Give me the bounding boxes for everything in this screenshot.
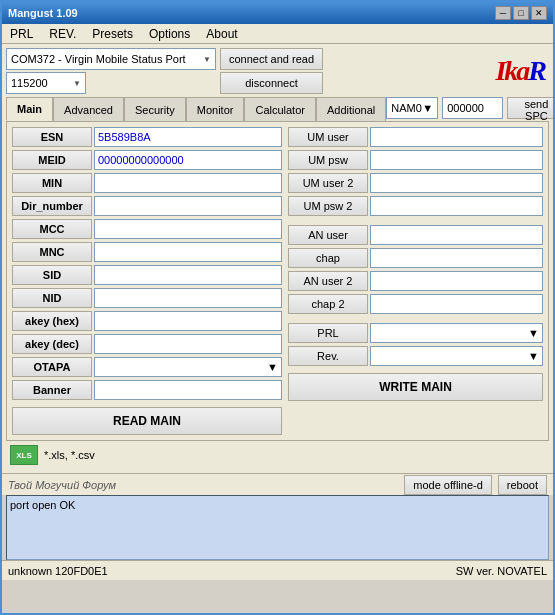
- spc-field[interactable]: 000000: [442, 97, 502, 119]
- akey-hex-label: akey (hex): [12, 311, 92, 331]
- banner-label: Banner: [12, 380, 92, 400]
- rev-button[interactable]: Rev.: [288, 346, 368, 366]
- akey-dec-input[interactable]: [94, 334, 282, 354]
- um-user-input[interactable]: [370, 127, 543, 147]
- menu-prl[interactable]: PRL: [6, 26, 37, 42]
- um-user-button[interactable]: UM user: [288, 127, 368, 147]
- window-title: Mangust 1.09: [8, 7, 78, 19]
- chap2-input[interactable]: [370, 294, 543, 314]
- footer-bar: unknown 120FD0E1 SW ver. NOVATEL: [2, 560, 553, 580]
- min-label: MIN: [12, 173, 92, 193]
- mcc-label: MCC: [12, 219, 92, 239]
- write-main-button[interactable]: WRITE MAIN: [288, 373, 543, 401]
- banner-input[interactable]: [94, 380, 282, 400]
- title-bar: Mangust 1.09 ─ □ ✕: [2, 2, 553, 24]
- um-psw-input[interactable]: [370, 150, 543, 170]
- read-main-button[interactable]: READ MAIN: [12, 407, 282, 435]
- tab-security[interactable]: Security: [124, 97, 186, 121]
- chap-button[interactable]: chap: [288, 248, 368, 268]
- maximize-button[interactable]: □: [513, 6, 529, 20]
- disconnect-button[interactable]: disconnect: [220, 72, 323, 94]
- prl-row: PRL ▼: [288, 323, 543, 343]
- send-spc-button[interactable]: send SPC: [507, 97, 555, 119]
- otapa-arrow-icon: ▼: [267, 361, 278, 373]
- close-button[interactable]: ✕: [531, 6, 547, 20]
- window-controls: ─ □ ✕: [495, 6, 547, 20]
- otapa-row: OTAPA ▼: [12, 357, 282, 377]
- xls-label: *.xls, *.csv: [44, 449, 95, 461]
- um-user2-button[interactable]: UM user 2: [288, 173, 368, 193]
- bottom-bar: XLS *.xls, *.csv: [6, 441, 549, 469]
- sid-input[interactable]: [94, 265, 282, 285]
- tab-calculator[interactable]: Calculator: [244, 97, 316, 121]
- right-panel: UM user UM psw UM user 2 UM psw 2: [288, 127, 543, 435]
- um-user-row: UM user: [288, 127, 543, 147]
- nam-combo[interactable]: NAM0 ▼: [386, 97, 438, 119]
- mcc-input[interactable]: [94, 219, 282, 239]
- esn-row: ESN 5B589B8A: [12, 127, 282, 147]
- nid-input[interactable]: [94, 288, 282, 308]
- mnc-input[interactable]: [94, 242, 282, 262]
- logo: IkaR: [495, 55, 549, 87]
- um-user2-input[interactable]: [370, 173, 543, 193]
- mnc-label: MNC: [12, 242, 92, 262]
- reboot-button[interactable]: reboot: [498, 475, 547, 495]
- footer-sw-version: SW ver. NOVATEL: [456, 565, 547, 577]
- dir-number-input[interactable]: [94, 196, 282, 216]
- chap2-button[interactable]: chap 2: [288, 294, 368, 314]
- chap-row: chap: [288, 248, 543, 268]
- min-row: MIN: [12, 173, 282, 193]
- otapa-label: OTAPA: [12, 357, 92, 377]
- chap-input[interactable]: [370, 248, 543, 268]
- log-text: port open OK: [10, 499, 545, 511]
- mcc-row: MCC: [12, 219, 282, 239]
- sid-row: SID: [12, 265, 282, 285]
- menu-presets[interactable]: Presets: [88, 26, 137, 42]
- menu-rev[interactable]: REV.: [45, 26, 80, 42]
- main-area: COM372 - Virgin Mobile Status Port ▼ 115…: [2, 44, 553, 473]
- com-port-combo[interactable]: COM372 - Virgin Mobile Status Port ▼: [6, 48, 216, 70]
- xls-icon[interactable]: XLS: [10, 445, 38, 465]
- tab-main[interactable]: Main: [6, 97, 53, 121]
- meid-input[interactable]: 00000000000000: [94, 150, 282, 170]
- rev-combo[interactable]: ▼: [370, 346, 543, 366]
- an-user2-row: AN user 2: [288, 271, 543, 291]
- um-psw2-input[interactable]: [370, 196, 543, 216]
- menu-bar: PRL REV. Presets Options About: [2, 24, 553, 44]
- prl-button[interactable]: PRL: [288, 323, 368, 343]
- connect-button[interactable]: connect and read: [220, 48, 323, 70]
- prl-combo[interactable]: ▼: [370, 323, 543, 343]
- otapa-combo[interactable]: ▼: [94, 357, 282, 377]
- menu-about[interactable]: About: [202, 26, 241, 42]
- an-user-button[interactable]: AN user: [288, 225, 368, 245]
- esn-label: ESN: [12, 127, 92, 147]
- an-user-input[interactable]: [370, 225, 543, 245]
- nam-arrow-icon: ▼: [422, 102, 433, 114]
- tab-monitor[interactable]: Monitor: [186, 97, 245, 121]
- akey-hex-input[interactable]: [94, 311, 282, 331]
- esn-input[interactable]: 5B589B8A: [94, 127, 282, 147]
- tab-additional[interactable]: Additional: [316, 97, 386, 121]
- tab-advanced[interactable]: Advanced: [53, 97, 124, 121]
- baud-rate-combo[interactable]: 115200 ▼: [6, 72, 86, 94]
- um-psw-button[interactable]: UM psw: [288, 150, 368, 170]
- akey-dec-label: akey (dec): [12, 334, 92, 354]
- an-user2-button[interactable]: AN user 2: [288, 271, 368, 291]
- mode-button[interactable]: mode offline-d: [404, 475, 492, 495]
- um-psw-row: UM psw: [288, 150, 543, 170]
- chap2-row: chap 2: [288, 294, 543, 314]
- an-user2-input[interactable]: [370, 271, 543, 291]
- footer-device: unknown 120FD0E1: [8, 565, 108, 577]
- um-psw2-button[interactable]: UM psw 2: [288, 196, 368, 216]
- minimize-button[interactable]: ─: [495, 6, 511, 20]
- forum-label: Твой Могучий Форум: [8, 479, 116, 491]
- rev-row: Rev. ▼: [288, 346, 543, 366]
- log-area: port open OK: [6, 495, 549, 560]
- min-input[interactable]: [94, 173, 282, 193]
- menu-options[interactable]: Options: [145, 26, 194, 42]
- dir-number-row: Dir_number: [12, 196, 282, 216]
- an-user-row: AN user: [288, 225, 543, 245]
- akey-hex-row: akey (hex): [12, 311, 282, 331]
- baud-rate-arrow-icon: ▼: [73, 79, 81, 88]
- left-panel: ESN 5B589B8A MEID 00000000000000: [12, 127, 282, 435]
